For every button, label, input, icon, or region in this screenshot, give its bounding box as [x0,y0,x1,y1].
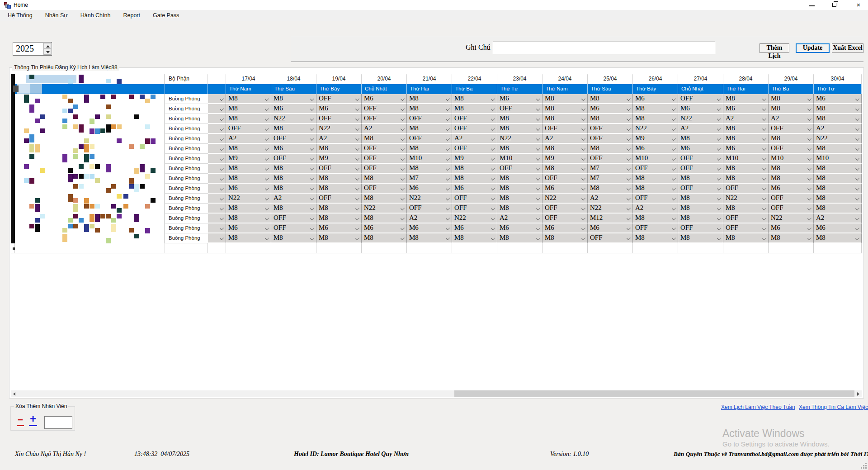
shift-combo[interactable]: M6 [588,223,633,233]
shift-combo[interactable]: M9 [452,154,497,164]
chevron-down-icon[interactable] [446,137,449,140]
chevron-down-icon[interactable] [582,197,585,200]
chevron-down-icon[interactable] [491,177,495,180]
shift-combo[interactable]: M8 [497,114,542,124]
chevron-down-icon[interactable] [401,137,404,140]
shift-combo[interactable]: M8 [316,204,362,214]
chevron-down-icon[interactable] [220,147,223,150]
chevron-down-icon[interactable] [582,97,585,100]
shift-combo[interactable]: M8 [271,174,316,184]
shift-combo[interactable]: M6 [316,223,362,233]
shift-combo[interactable]: OFF [588,134,633,144]
schedule-row[interactable]: Buồng PhòngM8M6M8OFFM8OFFM8M8M8M6M6M6OFF… [11,144,862,154]
shift-combo[interactable]: M8 [769,104,814,114]
chevron-down-icon[interactable] [763,227,766,230]
shift-combo[interactable]: M8 [407,94,452,104]
shift-combo[interactable]: M8 [407,144,452,154]
year-spinner[interactable]: 2025 [13,42,52,56]
shift-combo[interactable]: OFF [362,104,407,114]
shift-combo[interactable]: M8 [226,204,271,214]
chevron-down-icon[interactable] [672,107,675,110]
shift-combo[interactable]: A2 [497,214,542,223]
shift-combo[interactable]: M6 [542,184,588,194]
shift-combo[interactable]: M6 [362,94,407,104]
chevron-down-icon[interactable] [856,237,859,240]
shift-combo[interactable]: M8 [723,174,769,184]
chevron-down-icon[interactable] [627,207,630,210]
update-button[interactable]: Update [796,43,830,53]
chevron-down-icon[interactable] [763,137,766,140]
chevron-down-icon[interactable] [356,237,359,240]
chevron-down-icon[interactable] [401,227,404,230]
chevron-down-icon[interactable] [763,107,766,110]
shift-combo[interactable]: M8 [271,204,316,214]
chevron-down-icon[interactable] [446,177,449,180]
shift-combo[interactable]: M8 [769,174,814,184]
shift-combo[interactable]: OFF [678,154,723,164]
horizontal-scrollbar[interactable] [11,390,862,397]
shift-combo[interactable]: M8 [226,164,271,174]
chevron-down-icon[interactable] [672,207,675,210]
shift-combo[interactable]: M6 [588,104,633,114]
chevron-down-icon[interactable] [311,167,314,170]
shift-combo[interactable]: M8 [452,104,497,114]
chevron-down-icon[interactable] [717,217,721,220]
chevron-down-icon[interactable] [717,177,721,180]
shift-combo[interactable]: M8 [271,184,316,194]
chevron-down-icon[interactable] [401,207,404,210]
chevron-down-icon[interactable] [763,147,766,150]
chevron-down-icon[interactable] [537,197,540,200]
shift-combo[interactable]: M6 [497,223,542,233]
chevron-down-icon[interactable] [446,217,449,220]
chevron-down-icon[interactable] [265,217,269,220]
chevron-down-icon[interactable] [627,167,630,170]
schedule-row[interactable]: Buồng PhòngM8M6M6OFFM8M8OFFM8M6M8M6M6M8M… [11,104,862,114]
shift-combo[interactable]: A2 [316,134,362,144]
shift-combo[interactable]: OFF [769,144,814,154]
shift-combo[interactable]: OFF [723,214,769,223]
shift-combo[interactable]: OFF [542,204,588,214]
chevron-down-icon[interactable] [491,117,495,120]
menu-item-hanh-chinh[interactable]: Hành Chính [74,10,117,21]
shift-combo[interactable]: M8 [542,104,588,114]
shift-combo[interactable]: M10 [769,154,814,164]
chevron-down-icon[interactable] [627,217,630,220]
chevron-down-icon[interactable] [672,227,675,230]
shift-combo[interactable]: M8 [226,114,271,124]
chevron-down-icon[interactable] [717,237,721,240]
shift-combo[interactable]: M9 [633,134,678,144]
shift-combo[interactable]: M8 [678,233,723,243]
shift-combo[interactable]: M8 [271,164,316,174]
chevron-down-icon[interactable] [856,167,859,170]
shift-combo[interactable]: OFF [452,204,497,214]
shift-combo[interactable]: M6 [271,104,316,114]
chevron-down-icon[interactable] [537,107,540,110]
shift-combo[interactable]: N22 [633,124,678,134]
shift-combo[interactable]: A2 [588,194,633,204]
chevron-down-icon[interactable] [763,97,766,100]
chevron-down-icon[interactable] [808,207,811,210]
shift-combo[interactable]: M10 [497,154,542,164]
shift-combo[interactable]: OFF [497,164,542,174]
year-up-icon[interactable] [43,43,51,49]
chevron-down-icon[interactable] [446,107,449,110]
chevron-down-icon[interactable] [537,167,540,170]
shift-combo[interactable]: OFF [316,164,362,174]
shift-combo[interactable]: M8 [633,174,678,184]
chevron-down-icon[interactable] [356,167,359,170]
chevron-down-icon[interactable] [491,137,495,140]
chevron-down-icon[interactable] [446,187,449,190]
shift-combo[interactable]: M8 [452,164,497,174]
chevron-down-icon[interactable] [446,157,449,160]
shift-combo[interactable]: OFF [362,164,407,174]
shift-combo-empty[interactable] [208,233,226,243]
shift-combo[interactable]: M6 [497,94,542,104]
chevron-down-icon[interactable] [672,157,675,160]
chevron-down-icon[interactable] [356,227,359,230]
shift-combo[interactable]: M9 [316,154,362,164]
shift-combo[interactable]: M8 [497,144,542,154]
shift-combo-empty[interactable] [208,124,226,134]
shift-combo[interactable]: M8 [814,164,862,174]
shift-combo[interactable]: OFF [497,104,542,114]
menu-item-report[interactable]: Report [117,10,146,21]
